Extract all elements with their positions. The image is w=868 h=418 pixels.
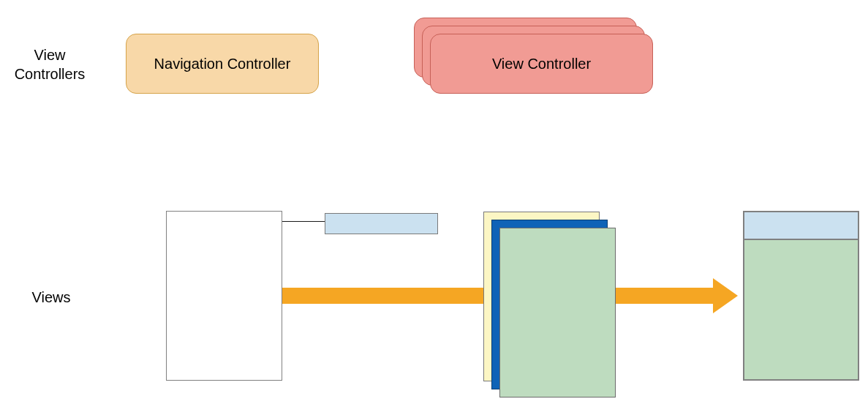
composed-view-content [744,239,858,380]
arrow-head-icon [713,278,738,313]
stacked-view-green [499,228,616,398]
row-label-views: Views [22,288,80,307]
navigation-controller-box: Navigation Controller [126,34,319,94]
composed-view-navbar [744,212,858,239]
row-label-view-controllers: View Controllers [6,45,94,83]
connector-line [282,221,325,222]
navigation-controller-label: Navigation Controller [154,56,291,72]
view-controller-label: View Controller [492,56,591,72]
navbar-view-small [325,213,438,234]
container-view [166,211,282,381]
diagram-canvas: View Controllers Views Navigation Contro… [0,0,868,418]
view-controller-box-front: View Controller [430,34,653,94]
